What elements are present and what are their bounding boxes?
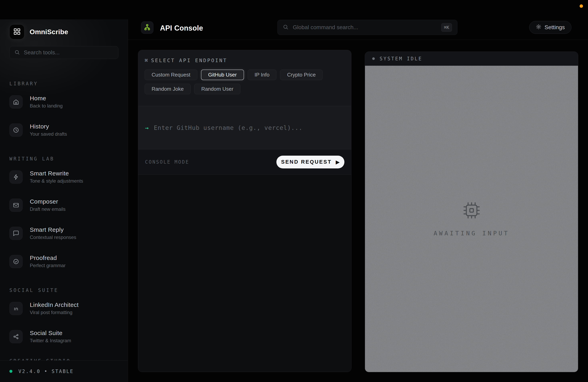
nav-item-title: Composer <box>30 198 66 205</box>
app-root: OmniScribe LIBRARYHomeBack to landingHis… <box>0 0 588 382</box>
settings-button[interactable]: Settings <box>529 21 571 34</box>
stable-status-dot <box>9 370 12 373</box>
top-bar: API Console ⌘K Settings <box>128 19 588 40</box>
sidebar-item-composer[interactable]: ComposerDraft new emails <box>9 198 118 212</box>
endpoint-button-crypto-price[interactable]: Crypto Price <box>280 70 323 80</box>
nav-item-text: HistoryYour saved drafts <box>30 123 67 137</box>
send-request-button[interactable]: SEND REQUEST ▶ <box>276 156 344 169</box>
search-icon <box>14 50 20 56</box>
sitemap-icon <box>144 24 151 31</box>
check-circle-icon <box>9 255 22 268</box>
sidebar-nav: LIBRARYHomeBack to landingHistoryYour sa… <box>0 81 128 344</box>
idle-status-dot <box>372 57 375 60</box>
endpoint-button-random-joke[interactable]: Random Joke <box>145 84 190 94</box>
clock-icon <box>9 123 22 137</box>
sidebar-section-library: LIBRARYHomeBack to landingHistoryYour sa… <box>9 81 118 137</box>
chat-icon <box>9 227 22 240</box>
page-title: API Console <box>160 24 203 32</box>
console-mode-label: CONSOLE MODE <box>145 159 189 165</box>
home-icon <box>9 95 22 109</box>
endpoint-label-text: SELECT API ENDPOINT <box>151 57 227 63</box>
endpoint-section-label: ⌘ SELECT API ENDPOINT <box>145 57 345 63</box>
nav-item-subtitle: Viral post formatting <box>30 310 79 315</box>
nav-item-text: ProofreadPerfect grammar <box>30 254 66 268</box>
grid-icon <box>13 28 21 36</box>
command-icon: ⌘ <box>145 57 148 63</box>
sidebar-item-smart-reply[interactable]: Smart ReplyContextual responses <box>9 226 118 240</box>
nav-item-title: Smart Reply <box>30 226 76 233</box>
nav-item-text: HomeBack to landing <box>30 95 63 109</box>
output-panel-header: SYSTEM IDLE <box>365 52 578 66</box>
play-icon: ▶ <box>336 159 340 165</box>
search-icon <box>283 24 288 31</box>
sidebar-item-linkedin-architect[interactable]: LinkedIn ArchitectViral post formatting <box>9 302 118 315</box>
send-request-label: SEND REQUEST <box>281 159 332 165</box>
nav-item-text: Smart ReplyContextual responses <box>30 226 76 240</box>
sidebar-section-social-suite: SOCIAL SUITELinkedIn ArchitectViral post… <box>9 287 118 344</box>
version-label: V2.4.0 • STABLE <box>18 369 74 374</box>
sidebar-section-writing-lab: WRITING LABSmart RewriteTone & style adj… <box>9 156 118 268</box>
sidebar-item-proofread[interactable]: ProofreadPerfect grammar <box>9 254 118 268</box>
nav-item-subtitle: Your saved drafts <box>30 131 67 137</box>
nav-item-subtitle: Tone & style adjustments <box>30 178 83 184</box>
sidebar-item-home[interactable]: HomeBack to landing <box>9 95 118 109</box>
shortcut-badge: ⌘K <box>441 23 452 32</box>
nav-item-subtitle: Twitter & Instagram <box>30 338 71 344</box>
console-input[interactable] <box>154 124 344 131</box>
system-status-label: SYSTEM IDLE <box>379 56 422 61</box>
nav-item-text: Smart RewriteTone & style adjustments <box>30 170 83 184</box>
endpoint-button-custom-request[interactable]: Custom Request <box>145 70 197 80</box>
endpoint-button-github-user[interactable]: GitHub User <box>201 70 244 80</box>
chip-icon <box>462 201 481 221</box>
gear-icon <box>536 24 541 31</box>
nav-item-subtitle: Draft new emails <box>30 206 66 212</box>
tool-search-input[interactable] <box>24 49 113 56</box>
global-search-input[interactable] <box>293 24 441 31</box>
linkedin-icon <box>9 302 22 315</box>
console-empty-area <box>138 174 351 372</box>
settings-label: Settings <box>545 24 565 31</box>
nav-item-title: Smart Rewrite <box>30 170 83 177</box>
sidebar-item-history[interactable]: HistoryYour saved drafts <box>9 123 118 137</box>
awaiting-block: AWAITING INPUT <box>434 201 509 237</box>
nav-item-title: Proofread <box>30 254 66 261</box>
console-actions-row: CONSOLE MODE SEND REQUEST ▶ <box>138 149 351 174</box>
brand: OmniScribe <box>9 24 128 39</box>
nav-item-title: History <box>30 123 67 130</box>
endpoint-selector-section: ⌘ SELECT API ENDPOINT Custom RequestGitH… <box>138 50 351 106</box>
awaiting-input-label: AWAITING INPUT <box>434 230 509 237</box>
nav-item-subtitle: Perfect grammar <box>30 263 66 268</box>
sidebar-section-label: SOCIAL SUITE <box>9 287 118 293</box>
endpoint-button-random-user[interactable]: Random User <box>194 84 240 94</box>
sidebar-section-label: WRITING LAB <box>9 156 118 162</box>
nav-item-subtitle: Contextual responses <box>30 234 76 240</box>
tool-search[interactable] <box>9 46 118 59</box>
sidebar-item-social-suite[interactable]: Social SuiteTwitter & Instagram <box>9 330 118 344</box>
zap-icon <box>9 171 22 184</box>
console-input-section: → <box>138 106 351 149</box>
share-icon <box>9 330 22 343</box>
endpoint-button-row: Custom RequestGitHub UserIP InfoCrypto P… <box>145 70 345 94</box>
api-console-icon-box <box>141 21 153 34</box>
output-noise-area: AWAITING INPUT <box>365 66 578 372</box>
nav-item-subtitle: Back to landing <box>30 103 63 109</box>
sidebar-item-smart-rewrite[interactable]: Smart RewriteTone & style adjustments <box>9 170 118 184</box>
sidebar: OmniScribe LIBRARYHomeBack to landingHis… <box>0 19 128 382</box>
global-command-search[interactable]: ⌘K <box>277 20 457 35</box>
nav-item-text: LinkedIn ArchitectViral post formatting <box>30 302 79 315</box>
output-panel-card: SYSTEM IDLE <box>365 52 578 372</box>
mail-icon <box>9 199 22 212</box>
nav-item-title: Home <box>30 95 63 102</box>
arrow-right-icon: → <box>145 124 148 131</box>
nav-item-text: ComposerDraft new emails <box>30 198 66 212</box>
sidebar-section-label: LIBRARY <box>9 81 118 87</box>
nav-item-title: LinkedIn Architect <box>30 302 79 308</box>
endpoint-button-ip-info[interactable]: IP Info <box>248 70 277 80</box>
sidebar-footer: V2.4.0 • STABLE <box>0 361 128 382</box>
brand-name: OmniScribe <box>30 28 68 36</box>
nav-item-text: Social SuiteTwitter & Instagram <box>30 330 71 344</box>
request-console-card: ⌘ SELECT API ENDPOINT Custom RequestGitH… <box>138 50 351 372</box>
nav-item-title: Social Suite <box>30 330 71 336</box>
notification-dot <box>580 4 583 8</box>
app-logo[interactable] <box>9 24 24 39</box>
